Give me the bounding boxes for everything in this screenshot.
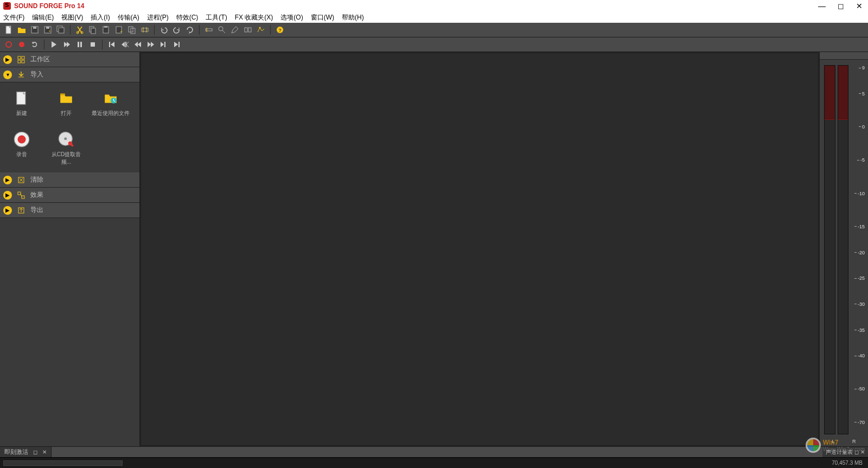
- redo-icon[interactable]: [171, 24, 182, 35]
- save-as-icon[interactable]: *: [42, 24, 53, 35]
- rewind-icon[interactable]: [132, 39, 143, 50]
- menu-process[interactable]: 进程(P): [147, 13, 169, 22]
- record-arm-icon[interactable]: [3, 39, 14, 50]
- effects-icon: [17, 191, 25, 199]
- import-actions: 新建 打开 最近使用的文件 录音 从CD提取音频...: [0, 82, 139, 172]
- action-label: 从CD提取音频...: [47, 151, 86, 166]
- menu-edit[interactable]: 编辑(E): [32, 13, 54, 22]
- tab-label: 声道计量表: [826, 448, 853, 456]
- toolbar-main: * + ?: [0, 23, 868, 37]
- sidebar-section-effects[interactable]: ▶ 效果: [0, 188, 139, 203]
- svg-rect-32: [78, 42, 79, 47]
- bottom-tab-bar: 即刻激活 ◻ ✕ 声道计量表 ◻ ✕: [0, 446, 868, 457]
- meter-channel-left[interactable]: [824, 65, 835, 434]
- meter-tick: -40: [850, 353, 865, 358]
- separator: [270, 25, 271, 35]
- minimize-button[interactable]: —: [818, 2, 826, 10]
- cut-icon[interactable]: [74, 24, 85, 35]
- menu-effects[interactable]: 特效(C): [176, 13, 199, 22]
- save-icon[interactable]: [29, 24, 40, 35]
- svg-point-50: [68, 142, 73, 146]
- sidebar-section-export[interactable]: ▶ 导出: [0, 203, 139, 218]
- help-bubble-icon[interactable]: ?: [275, 24, 285, 35]
- app-icon: [3, 2, 11, 10]
- tab-close-icon[interactable]: ✕: [860, 449, 865, 455]
- action-new[interactable]: 新建: [2, 88, 41, 126]
- meter-tick: -70: [850, 420, 865, 425]
- save-all-icon[interactable]: [55, 24, 66, 35]
- go-end-icon[interactable]: [171, 39, 182, 50]
- clear-icon: [17, 176, 25, 184]
- go-start-icon[interactable]: [106, 39, 117, 50]
- menubar: 文件(F) 编辑(E) 视图(V) 插入(I) 传输(A) 进程(P) 特效(C…: [0, 12, 868, 23]
- paste-icon[interactable]: [100, 24, 111, 35]
- import-icon: [17, 71, 25, 79]
- menu-insert[interactable]: 插入(I): [91, 13, 110, 22]
- prev-marker-icon[interactable]: [119, 39, 130, 50]
- svg-text:?: ?: [279, 28, 282, 33]
- menu-help[interactable]: 帮助(H): [342, 13, 364, 22]
- chevron-right-icon: ▶: [3, 55, 12, 64]
- tab-close-icon[interactable]: ✕: [42, 449, 47, 455]
- play-icon[interactable]: [48, 39, 59, 50]
- chevron-down-icon: ▾: [3, 70, 12, 79]
- repeat-icon[interactable]: [184, 24, 195, 35]
- stop-icon[interactable]: [87, 39, 98, 50]
- separator: [102, 40, 103, 49]
- meter-header[interactable]: [820, 52, 868, 60]
- menu-transfer[interactable]: 传输(A): [118, 13, 139, 22]
- maximize-button[interactable]: ◻: [838, 2, 844, 10]
- action-open[interactable]: 打开: [47, 88, 86, 126]
- paste-new-icon[interactable]: +: [113, 24, 124, 35]
- new-file-icon[interactable]: [3, 24, 14, 35]
- meter-tick: -50: [850, 386, 865, 392]
- magnify-icon[interactable]: [216, 24, 227, 35]
- separator: [44, 40, 44, 49]
- edit-tool-icon[interactable]: [203, 24, 214, 35]
- sidebar-section-clear[interactable]: ▶ 清除: [0, 172, 139, 188]
- pencil-tool-icon[interactable]: [229, 24, 240, 35]
- main-canvas: [141, 53, 819, 446]
- svg-text:+: +: [120, 29, 123, 34]
- meter-scale: 950-5-10-15-20-25-30-35-40-50-70: [850, 65, 865, 434]
- mix-paste-icon[interactable]: [126, 24, 137, 35]
- meter-tick: 0: [850, 124, 865, 130]
- action-record[interactable]: 录音: [2, 129, 41, 167]
- action-recent[interactable]: 最近使用的文件: [91, 88, 130, 126]
- svg-rect-18: [142, 28, 148, 31]
- pause-icon[interactable]: [74, 39, 85, 50]
- action-label: 打开: [61, 110, 72, 117]
- open-folder-icon[interactable]: [16, 24, 27, 35]
- svg-point-47: [18, 136, 26, 144]
- sidebar-section-label: 效果: [30, 190, 43, 200]
- meter-channel-labels: L R: [820, 438, 868, 446]
- play-all-icon[interactable]: [61, 39, 72, 50]
- copy-icon[interactable]: [87, 24, 98, 35]
- undo-icon[interactable]: [158, 24, 169, 35]
- action-extract-cd[interactable]: 从CD提取音频...: [47, 129, 86, 167]
- trim-icon[interactable]: [139, 24, 150, 35]
- menu-fx-favorites[interactable]: FX 收藏夹(X): [235, 13, 273, 22]
- menu-tools[interactable]: 工具(T): [206, 13, 227, 22]
- close-button[interactable]: ✕: [856, 2, 863, 10]
- sidebar-section-workspace[interactable]: ▶ 工作区: [0, 52, 139, 67]
- forward-icon[interactable]: [145, 39, 156, 50]
- menu-options[interactable]: 选项(O): [280, 13, 303, 22]
- tab-activate[interactable]: 即刻激活 ◻ ✕: [0, 447, 52, 458]
- menu-window[interactable]: 窗口(W): [311, 13, 334, 22]
- svg-point-23: [219, 27, 223, 31]
- record-icon[interactable]: [16, 39, 27, 50]
- svg-point-31: [19, 42, 24, 47]
- sidebar-section-import[interactable]: ▾ 导入: [0, 67, 139, 82]
- envelope-tool-icon[interactable]: [256, 24, 266, 35]
- tab-dock-icon[interactable]: ◻: [33, 449, 37, 455]
- tab-dock-icon[interactable]: ◻: [854, 449, 859, 455]
- event-tool-icon[interactable]: [242, 24, 253, 35]
- workspace: ▶ 工作区 ▾ 导入 新建 打开 最近使用的文件 录音: [0, 52, 868, 446]
- menu-file[interactable]: 文件(F): [3, 13, 24, 22]
- meter-channel-right[interactable]: [838, 65, 849, 434]
- loop-icon[interactable]: [29, 39, 40, 50]
- next-marker-icon[interactable]: [158, 39, 169, 50]
- menu-view[interactable]: 视图(V): [61, 13, 83, 22]
- tab-meter[interactable]: 声道计量表 ◻ ✕: [822, 447, 868, 458]
